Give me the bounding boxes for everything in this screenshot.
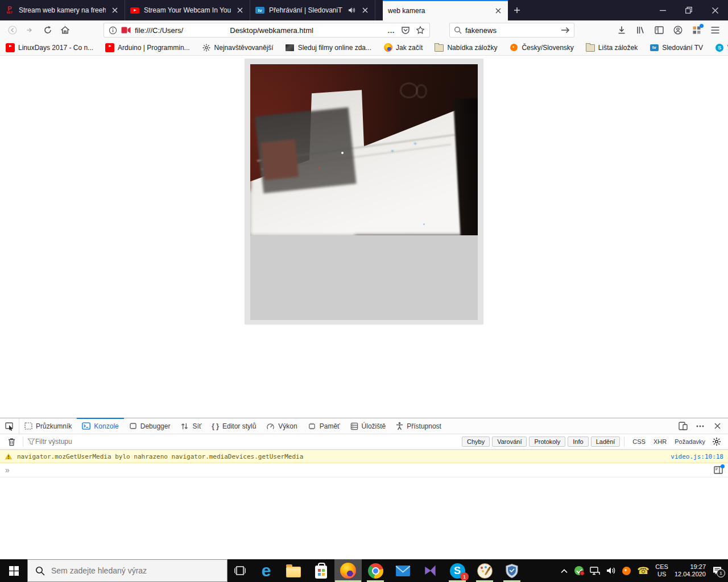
taskbar-app-mail[interactable] (389, 559, 416, 582)
filter-chip-warnings[interactable]: Varování (492, 436, 527, 447)
library-icon[interactable] (631, 22, 650, 39)
tray-network-icon[interactable] (590, 567, 600, 575)
taskbar-search-input[interactable] (51, 566, 220, 575)
start-button[interactable] (0, 559, 27, 582)
devtools-menu-icon[interactable] (693, 419, 708, 433)
filter-link-css[interactable]: CSS (632, 438, 646, 445)
tab-sledovanitv[interactable]: tv Přehrávání | SledovaniTV.cz (250, 0, 375, 20)
browser-tab-bar: PNET Stream web kamery na freehost Strea… (0, 0, 728, 20)
window-minimize-button[interactable] (650, 0, 676, 20)
filter-link-xhr[interactable]: XHR (653, 438, 667, 445)
skype-badge: 1 (460, 572, 469, 581)
tab-stream-web-kamery[interactable]: PNET Stream web kamery na freehost (0, 0, 125, 20)
storage-icon (350, 422, 358, 430)
devtools-tab-memory[interactable]: Paměť (303, 418, 345, 434)
tray-phone-icon[interactable]: ☎ (637, 566, 649, 576)
filter-chip-info[interactable]: Info (568, 436, 588, 447)
tab-close-icon[interactable] (235, 6, 245, 15)
taskbar-app-firefox[interactable] (334, 559, 362, 582)
forward-button[interactable] (21, 22, 39, 39)
window-controls (650, 0, 728, 20)
bookmark-star-icon[interactable] (416, 26, 425, 35)
clock[interactable]: 19:2712.04.2020 (675, 563, 706, 578)
home-button[interactable] (56, 22, 74, 39)
taskbar-app-paint[interactable] (471, 559, 498, 582)
pocket-icon[interactable] (401, 26, 410, 35)
clear-console-trash-icon[interactable] (4, 435, 19, 448)
url-bar[interactable]: file:///C:/Users/Desktop/webkamera.html … (104, 23, 430, 38)
devtools-tab-storage[interactable]: Úložiště (345, 418, 391, 434)
devtools-tab-network[interactable]: Síť (175, 418, 206, 434)
taskbar-app-store[interactable] (307, 559, 334, 582)
filter-chip-errors[interactable]: Chyby (462, 436, 490, 447)
bookmark-sledovani-tv[interactable]: tvSledování TV (650, 43, 703, 52)
taskbar-app-edge[interactable]: e (253, 559, 280, 582)
menu-hamburger-icon[interactable] (706, 22, 725, 39)
bookmark-folder-nabidka[interactable]: Nabídka záložky (435, 43, 497, 52)
bookmark-jak-zacit[interactable]: Jak začít (383, 43, 423, 52)
task-view-button[interactable] (228, 559, 253, 582)
search-input[interactable] (465, 26, 557, 35)
tray-avast-icon[interactable] (622, 567, 631, 575)
tab-audio-icon[interactable] (347, 6, 356, 15)
bookmark-folder-lista[interactable]: Lišta záložek (586, 43, 638, 52)
window-close-button[interactable] (702, 0, 728, 20)
extension-icon[interactable] (687, 22, 706, 39)
back-button[interactable] (3, 22, 21, 39)
tab-close-icon[interactable] (361, 6, 370, 15)
bookmark-cesky-slovensky[interactable]: Česky/Slovensky (509, 43, 573, 52)
bookmark-linuxdays[interactable]: LinuxDays 2017 - Co n... (6, 43, 93, 52)
site-info-icon[interactable] (109, 26, 117, 35)
search-go-icon[interactable] (561, 27, 570, 34)
search-bar[interactable] (449, 23, 574, 38)
language-indicator[interactable]: CESUS (655, 563, 668, 578)
youtube-icon (105, 43, 114, 52)
page-actions-icon[interactable]: … (387, 26, 395, 35)
devtools-tab-debugger[interactable]: Debugger (124, 418, 176, 434)
tab-stream-your-webcam[interactable]: Stream Your Webcam In Your B (125, 0, 250, 20)
devtools-tab-inspector[interactable]: Průzkumník (19, 418, 77, 434)
tab-close-icon[interactable] (110, 6, 119, 15)
taskbar-app-visual-studio[interactable] (416, 559, 444, 582)
tray-chevron-up-icon[interactable] (560, 568, 568, 573)
devtools-tab-performance[interactable]: Výkon (261, 418, 302, 434)
bookmark-sleduj-filmy[interactable]: Sleduj filmy online zda... (286, 43, 371, 52)
new-tab-button[interactable] (508, 0, 526, 20)
responsive-design-icon[interactable] (676, 419, 690, 433)
devtools-close-icon[interactable] (710, 419, 725, 433)
bookmark-web-skype[interactable]: SWeb skype (715, 43, 728, 52)
taskbar-app-skype[interactable]: S1 (444, 559, 471, 582)
taskbar-search-box[interactable] (27, 559, 228, 582)
console-warning-row[interactable]: navigator.mozGetUserMedia bylo nahrazeno… (0, 450, 728, 463)
console-filter-input[interactable] (35, 438, 160, 446)
tab-web-kamera-active[interactable]: web kamera (383, 0, 508, 20)
element-picker-icon[interactable] (0, 418, 19, 434)
window-restore-button[interactable] (676, 0, 702, 20)
warning-source-link[interactable]: video.js:10:18 (671, 453, 723, 460)
taskbar-app-defender[interactable] (498, 559, 526, 582)
taskbar-app-file-explorer[interactable] (280, 559, 307, 582)
bookmark-label: Česky/Slovensky (522, 44, 573, 52)
chrome-icon (368, 563, 383, 579)
console-prompt-row[interactable]: » (0, 463, 728, 477)
account-icon[interactable] (668, 22, 687, 39)
tray-green-status-icon[interactable] (574, 566, 584, 575)
filter-link-requests[interactable]: Požadavky (675, 438, 705, 445)
filter-chip-logs[interactable]: Protokoly (529, 436, 565, 447)
console-settings-gear-icon[interactable] (709, 435, 724, 448)
action-center-button[interactable]: 1 (712, 566, 722, 575)
devtools-tab-accessibility[interactable]: Přístupnost (391, 418, 446, 434)
devtools-tab-style-editor[interactable]: { } Editor stylů (206, 418, 261, 434)
sidebars-icon[interactable] (650, 22, 668, 39)
downloads-icon[interactable] (612, 22, 631, 39)
tray-volume-icon[interactable] (606, 567, 616, 575)
bookmark-nejnavstevovanejsi[interactable]: Nejnavštěvovanější (202, 43, 274, 52)
split-console-icon[interactable] (714, 466, 723, 474)
filter-chip-debug[interactable]: Ladění (591, 436, 621, 447)
taskbar-app-chrome[interactable] (362, 559, 389, 582)
reload-button[interactable] (39, 22, 56, 39)
camera-permission-icon[interactable] (121, 27, 131, 34)
bookmark-arduino[interactable]: Arduino | Programmin... (105, 43, 190, 52)
devtools-tab-console[interactable]: Konzole (77, 418, 123, 434)
tab-close-icon[interactable] (494, 6, 503, 15)
